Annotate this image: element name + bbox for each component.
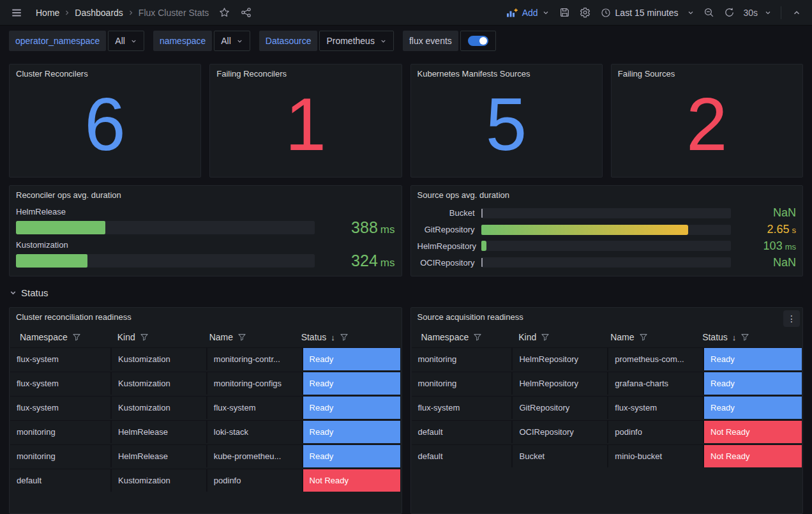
breadcrumb-dashboards[interactable]: Dashboards xyxy=(72,8,126,18)
refresh-interval-value[interactable]: 30s xyxy=(741,8,759,18)
refresh-interval-chevron-icon[interactable] xyxy=(762,4,774,22)
column-header-name[interactable]: Name xyxy=(209,332,301,342)
datasource-value-dropdown[interactable]: Prometheus xyxy=(319,31,393,51)
variable-value-dropdown[interactable]: All xyxy=(214,31,250,51)
share-icon[interactable] xyxy=(237,4,255,22)
column-header-namespace[interactable]: Namespace xyxy=(421,332,519,342)
table-panel-0: Cluster reconciliation readiness Namespa… xyxy=(9,307,402,514)
column-header-kind[interactable]: Kind xyxy=(518,332,610,342)
cell-kind: HelmRepository xyxy=(513,347,608,370)
datasource-label: Datasource xyxy=(259,31,318,51)
panel-title[interactable]: Cluster reconciliation readiness xyxy=(10,308,402,324)
cell-kind: Kustomization xyxy=(112,347,207,370)
panel-title[interactable]: Reconciler ops avg. duration xyxy=(10,186,402,202)
zoom-out-icon[interactable] xyxy=(700,4,718,22)
gauge-zero-marker xyxy=(481,258,483,267)
collapse-navbar-icon[interactable] xyxy=(788,4,806,22)
column-header-status[interactable]: Status↓ xyxy=(702,332,796,342)
status-section-header[interactable]: Status xyxy=(9,285,86,300)
cell-name: podinfo xyxy=(608,420,704,443)
gauge-label: Bucket xyxy=(417,208,475,218)
gauge-value: 103ms xyxy=(737,239,796,253)
time-range-picker[interactable]: Last 15 minutes xyxy=(597,4,682,22)
filter-icon[interactable] xyxy=(639,333,648,342)
chevron-down-icon xyxy=(380,38,387,45)
stat-panel-failing-sources: Failing Sources 2 xyxy=(611,64,803,178)
cell-name: minio-bucket xyxy=(608,444,704,467)
bar-gauge-body: BucketNaNGitRepository2.65sHelmRepositor… xyxy=(411,202,803,276)
filter-icon[interactable] xyxy=(741,333,749,342)
gauge-track xyxy=(481,257,732,268)
gauge-fill xyxy=(16,221,105,234)
stat-value: 5 xyxy=(411,72,602,177)
variable-value-dropdown[interactable]: All xyxy=(108,31,144,51)
status-badge: Not Ready xyxy=(704,444,802,467)
gauge-value: NaN xyxy=(737,256,796,269)
cell-name: flux-system xyxy=(207,396,303,419)
column-label: Namespace xyxy=(421,332,469,342)
gauge-row: 388ms xyxy=(16,218,395,237)
stat-panel-cluster-reconcilers: Cluster Reconcilers 6 xyxy=(9,64,201,178)
chevron-right-icon xyxy=(127,9,135,17)
menu-icon[interactable] xyxy=(8,4,26,22)
table-header: NamespaceKindNameStatus↓ xyxy=(10,324,402,347)
time-range-chevron-icon[interactable] xyxy=(684,4,697,22)
add-button[interactable]: Add xyxy=(502,4,553,22)
column-label: Status xyxy=(301,332,327,342)
cell-namespace: default xyxy=(412,420,513,443)
panel-menu-icon[interactable]: ⋮ xyxy=(783,310,800,327)
column-header-status[interactable]: Status↓ xyxy=(301,332,395,342)
settings-gear-icon[interactable] xyxy=(576,4,594,22)
breadcrumb-home[interactable]: Home xyxy=(33,8,62,18)
flux-events-label: flux events xyxy=(403,31,458,51)
star-icon[interactable] xyxy=(215,4,233,22)
panel-title[interactable]: Source ops avg. duration xyxy=(411,186,803,202)
filter-icon[interactable] xyxy=(340,333,349,342)
column-header-name[interactable]: Name xyxy=(610,332,702,342)
chevron-down-icon xyxy=(542,9,550,17)
filter-icon[interactable] xyxy=(72,333,81,342)
flux-events-toggle[interactable] xyxy=(460,31,496,51)
gauge-fill xyxy=(16,254,87,268)
filter-icon[interactable] xyxy=(140,333,149,342)
status-section-label: Status xyxy=(21,287,49,298)
filter-icon[interactable] xyxy=(541,333,550,342)
gauge-track xyxy=(16,221,315,234)
table-row: defaultKustomizationpodinfoNot Ready xyxy=(10,469,401,492)
cell-kind: Kustomization xyxy=(112,372,207,395)
chevron-down-icon xyxy=(130,38,137,45)
cell-namespace: flux-system xyxy=(10,347,112,370)
cell-name: flux-system xyxy=(608,396,704,419)
bar-gauge-body: HelmRelease388msKustomization324ms xyxy=(10,202,402,276)
stat-value: 6 xyxy=(10,72,200,177)
variable-namespace: namespace All xyxy=(153,31,250,51)
panel-title[interactable]: Source acquisition readiness xyxy=(411,308,803,324)
column-header-kind[interactable]: Kind xyxy=(117,332,209,342)
sort-desc-icon[interactable]: ↓ xyxy=(732,333,737,342)
cell-name: podinfo xyxy=(207,469,303,492)
cell-namespace: flux-system xyxy=(10,372,112,395)
gauge-fill xyxy=(481,225,689,235)
column-header-namespace[interactable]: Namespace xyxy=(20,332,117,342)
table-row: flux-systemKustomizationmonitoring-confi… xyxy=(10,372,401,395)
table-row: monitoringHelmReleasekube-prometheu...Re… xyxy=(10,444,401,467)
cell-kind: HelmRepository xyxy=(513,372,608,395)
status-badge: Not Ready xyxy=(303,469,401,492)
stat-panel-kubernetes-manifests-sources: Kubernetes Manifests Sources 5 xyxy=(410,64,603,178)
cell-namespace: default xyxy=(10,469,112,492)
sort-desc-icon[interactable]: ↓ xyxy=(331,333,335,342)
column-label: Kind xyxy=(518,332,536,342)
filter-icon[interactable] xyxy=(237,333,246,342)
navbar-divider xyxy=(781,6,781,19)
cell-name: monitoring-contr... xyxy=(207,347,303,370)
filter-icon[interactable] xyxy=(473,333,482,342)
cell-namespace: flux-system xyxy=(412,396,513,419)
table-row: flux-systemKustomizationflux-systemReady xyxy=(10,396,401,419)
gauge-label: HelmRepository xyxy=(417,241,475,251)
table-row: defaultOCIRepositorypodinfoNot Ready xyxy=(412,420,802,443)
gauge-track xyxy=(481,208,732,218)
refresh-icon[interactable] xyxy=(720,4,738,22)
save-dashboard-icon[interactable] xyxy=(556,4,574,22)
gauge-label: OCIRepository xyxy=(417,258,475,268)
cell-name: grafana-charts xyxy=(608,372,704,395)
